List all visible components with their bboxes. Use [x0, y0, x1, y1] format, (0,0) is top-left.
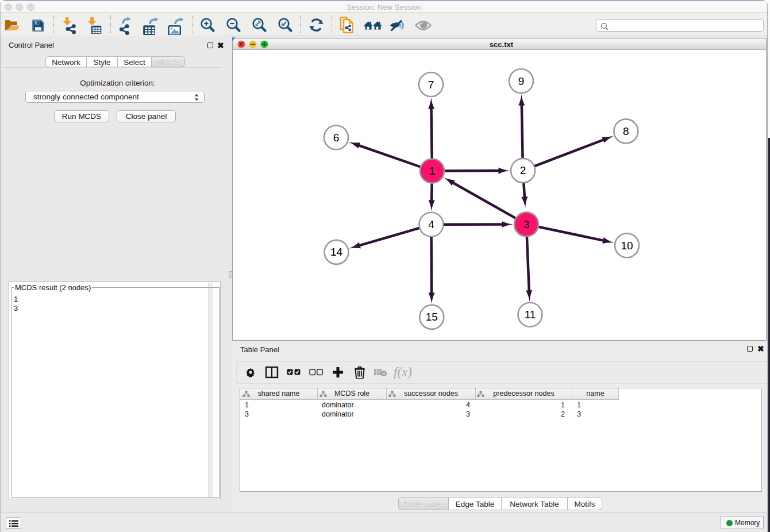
svg-text:14: 14: [330, 246, 342, 258]
svg-text:2: 2: [519, 164, 526, 176]
svg-text:6: 6: [333, 132, 339, 144]
svg-text:1: 1: [429, 165, 435, 177]
svg-text:11: 11: [524, 309, 536, 321]
svg-text:4: 4: [428, 218, 434, 230]
svg-text:8: 8: [623, 125, 629, 137]
svg-text:7: 7: [428, 79, 434, 91]
svg-text:3: 3: [523, 218, 529, 230]
svg-text:15: 15: [425, 311, 437, 323]
svg-text:9: 9: [518, 75, 524, 87]
svg-text:10: 10: [621, 240, 633, 252]
